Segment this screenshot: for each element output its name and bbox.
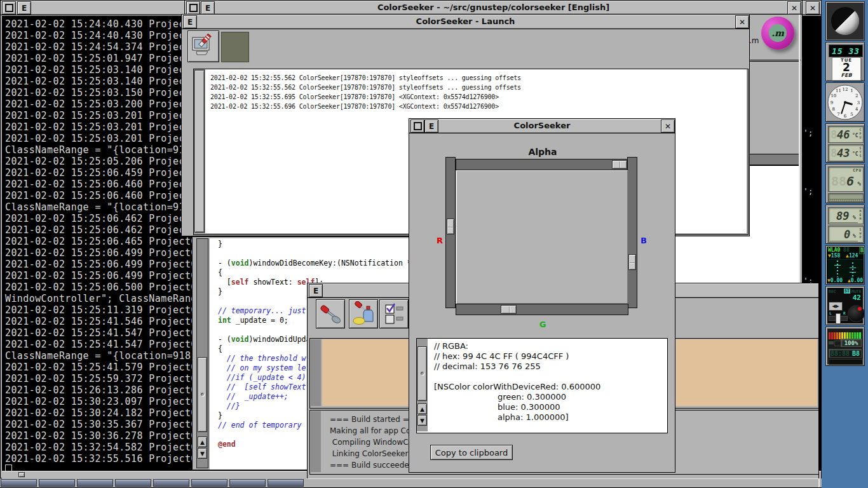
- dock-net-monitor-tile[interactable]: WLA0 88 B ▼158 ▲124 ▼0.00 ▲0.00: [825, 245, 865, 285]
- calendar-day: 2: [832, 63, 860, 72]
- color-output-line: [434, 372, 666, 382]
- volume-slider-knob[interactable]: [836, 313, 841, 324]
- color-output-text[interactable]: // RGBA:// hex: 99 4C 4C FF ( 994C4CFF )…: [428, 339, 666, 431]
- dock-battery-tile[interactable]: 100% 88:88 B8: [825, 327, 865, 366]
- net-up-rate: 0.00: [851, 278, 863, 283]
- tuning-knob[interactable]: [848, 305, 865, 322]
- terminal-cursor: [5, 464, 12, 471]
- color-field[interactable]: [456, 170, 628, 304]
- code-line: }: [218, 240, 411, 249]
- taskbar-button[interactable]: [268, 479, 304, 487]
- dock-temp-monitor-tile[interactable]: 8 46 °C CPU 8 43 °C SYS: [825, 123, 865, 163]
- cpu-temp-label: CPU: [858, 128, 862, 139]
- app-menu-button[interactable]: E: [309, 284, 323, 297]
- close-button[interactable]: ✕: [806, 1, 820, 15]
- battery-bar: [836, 332, 838, 339]
- taskbar-button[interactable]: [229, 479, 266, 487]
- cpu-temp-value: 46: [837, 128, 850, 141]
- clock-numeral: 9: [831, 100, 833, 105]
- ghost-digit: 8: [831, 147, 837, 159]
- colorseeker-titlebar[interactable]: E ColorSeeker ✕: [409, 119, 675, 133]
- sys-temp-label: SYS: [858, 146, 862, 158]
- pc-titlebar[interactable]: E ColorSeeker - ~/src/gnustep/colorseeke…: [184, 0, 803, 15]
- sphere-icon: [831, 7, 859, 35]
- sys-temp-value: 43: [837, 147, 850, 159]
- blue-slider-knob[interactable]: [628, 254, 636, 270]
- digital-clock: 15 33: [829, 44, 863, 57]
- dock-cpu-monitor-tile[interactable]: CPU 88 6 %: [825, 164, 865, 203]
- green-slider[interactable]: [456, 304, 628, 315]
- toolbar-swatch[interactable]: [221, 32, 249, 62]
- channel-buttons[interactable]: ◀▶: [829, 302, 843, 311]
- taskbar-button[interactable]: [191, 479, 227, 487]
- scroll-down-button[interactable]: ▼: [198, 448, 207, 459]
- dock-launcher-tile[interactable]: [825, 1, 865, 41]
- taskbar-active-segment[interactable]: [306, 478, 818, 487]
- sys-temp-unit: °C: [852, 151, 858, 157]
- terminal-hscroll-thumb[interactable]: [18, 472, 25, 477]
- taskbar-button[interactable]: [1, 479, 37, 487]
- dock-mixer-tile[interactable]: REC ST MUTE 42 ◀▶ L R: [825, 286, 865, 325]
- clock-numeral: 2: [855, 93, 858, 98]
- alpha-slider[interactable]: [456, 159, 628, 170]
- balance-right-label: R: [843, 311, 846, 315]
- app-menu-button[interactable]: E: [17, 1, 31, 15]
- ghost-digits: 88: [831, 173, 846, 189]
- terminal-line-fragment: ';: [803, 128, 813, 137]
- miniaturize-button[interactable]: [2, 1, 16, 15]
- rec-indicator: REC: [829, 289, 836, 294]
- alpha-slider-knob[interactable]: [612, 160, 627, 169]
- clean-button[interactable]: [349, 299, 378, 329]
- green-slider-knob[interactable]: [501, 305, 517, 314]
- dock-mem-monitor-tile[interactable]: 89 % MEM 0 % SWP: [825, 205, 865, 244]
- mixer-panel: REC ST MUTE 42 ◀▶ L R: [827, 288, 863, 323]
- volume-slider[interactable]: [829, 316, 848, 321]
- close-button[interactable]: ✕: [661, 119, 675, 133]
- net-flag: B: [859, 247, 865, 254]
- cpu-label: CPU: [853, 168, 862, 172]
- taskbar-button[interactable]: [153, 479, 189, 487]
- close-button[interactable]: ✕: [787, 1, 801, 15]
- taskbar-button[interactable]: [39, 479, 75, 487]
- net-header: WLA0 88 B: [828, 247, 850, 253]
- scroll-down-button[interactable]: ▼: [417, 415, 427, 426]
- editor-scroll-thumb[interactable]: [198, 357, 207, 432]
- output-vscrollbar[interactable]: ▲ ▼: [417, 339, 428, 431]
- launch-titlebar[interactable]: E ColorSeeker - Launch ✕: [182, 15, 749, 29]
- launch-vscrollbar[interactable]: [194, 69, 205, 233]
- scroll-up-button[interactable]: ▲: [198, 437, 207, 447]
- build-log-scrollbar[interactable]: [311, 411, 321, 472]
- battery-bar: [829, 332, 831, 339]
- red-slider-knob[interactable]: [447, 219, 454, 234]
- stereo-indicator: ST: [844, 288, 850, 294]
- colorseeker-window: E ColorSeeker ✕ Alpha R B G ▲ ▼ // RGBA:…: [409, 118, 675, 473]
- clock-numeral: 6: [844, 114, 847, 119]
- code-line: {: [218, 268, 411, 278]
- run-button[interactable]: [187, 30, 219, 62]
- battery-bar: [834, 332, 836, 339]
- output-scroll-thumb[interactable]: [417, 346, 427, 401]
- launch-scroll-thumb[interactable]: [194, 70, 205, 233]
- scroll-up-button[interactable]: ▲: [417, 403, 427, 414]
- net-down-rate: 0.00: [831, 278, 843, 283]
- copy-to-clipboard-button[interactable]: Copy to clipboard: [430, 445, 513, 460]
- close-button[interactable]: ✕: [735, 15, 749, 29]
- dock-analog-clock-tile[interactable]: 111098765432112: [825, 83, 865, 122]
- build-error-scrollbar[interactable]: [311, 339, 321, 406]
- cpu-graph: [828, 193, 864, 202]
- knob-led: [858, 307, 862, 311]
- taskbar-button[interactable]: [77, 479, 113, 487]
- editor-vscrollbar[interactable]: ▲ ▼: [196, 238, 208, 468]
- dock-clock-calendar-tile[interactable]: 15 33 TUE 2 FEB: [825, 42, 865, 81]
- taskbar-button[interactable]: [115, 479, 151, 487]
- mem-label: MEM: [858, 209, 862, 220]
- swap-label: SWP: [858, 227, 862, 239]
- m-file-icon[interactable]: .m: [761, 17, 794, 50]
- build-options-button[interactable]: [379, 299, 409, 329]
- checkbox-options-icon: [381, 301, 407, 327]
- clock-numeral: 8: [832, 107, 835, 112]
- red-slider[interactable]: [445, 157, 456, 308]
- build-button[interactable]: [316, 299, 345, 329]
- blue-slider[interactable]: [627, 157, 637, 308]
- clean-icon: [351, 301, 376, 327]
